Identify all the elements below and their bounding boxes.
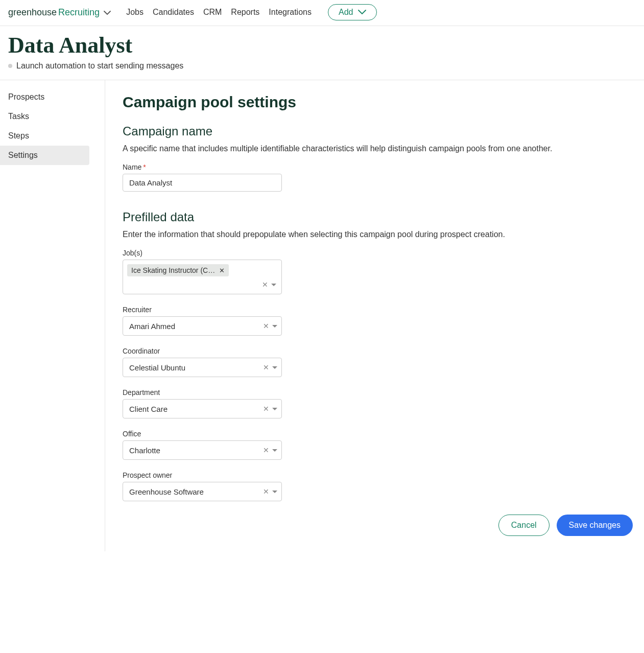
sidebar-item-tasks[interactable]: Tasks [0,107,105,126]
chevron-down-icon[interactable] [272,491,277,493]
nav-reports[interactable]: Reports [231,8,259,17]
office-select[interactable]: Charlotte ✕ [123,440,282,460]
chevron-down-icon[interactable] [272,366,277,369]
prospect-owner-value: Greenhouse Software [129,487,263,496]
nav-candidates[interactable]: Candidates [153,8,194,17]
layout: Prospects Tasks Steps Settings Campaign … [0,80,644,551]
prefilled-heading: Prefilled data [123,210,633,224]
jobs-controls: ✕ [262,281,276,289]
app-switcher-chevron-icon[interactable] [104,11,111,15]
department-value: Client Care [129,405,263,413]
main-content: Campaign pool settings Campaign name A s… [105,80,644,551]
campaign-name-desc: A specific name that includes multiple i… [123,143,633,155]
add-button[interactable]: Add [328,4,377,20]
page-header: Data Analyst Launch automation to start … [0,26,644,80]
page-subtitle-row: Launch automation to start sending messa… [8,61,636,71]
nav-links: Jobs Candidates CRM Reports Integrations [126,8,312,17]
sidebar: Prospects Tasks Steps Settings [0,80,105,551]
name-input[interactable] [123,174,282,192]
field-recruiter: Recruiter Amari Ahmed ✕ [123,306,633,336]
field-department: Department Client Care ✕ [123,388,633,418]
prefilled-desc: Enter the information that should prepop… [123,228,633,241]
field-jobs: Job(s) Ice Skating Instructor (C… ✕ ✕ [123,249,633,294]
nav-crm[interactable]: CRM [203,8,222,17]
name-label-text: Name [123,163,141,171]
nav-integrations[interactable]: Integrations [269,8,312,17]
name-label: Name* [123,163,633,171]
section-campaign-name: Campaign name A specific name that inclu… [123,124,633,192]
sidebar-item-settings[interactable]: Settings [0,146,89,165]
prospect-owner-label: Prospect owner [123,471,633,479]
page-title: Data Analyst [8,32,636,58]
clear-icon[interactable]: ✕ [263,487,269,496]
logo-text-1: greenhouse [8,7,57,18]
close-icon[interactable]: ✕ [219,267,225,274]
clear-icon[interactable]: ✕ [262,281,268,289]
coordinator-value: Celestial Ubuntu [129,363,263,372]
job-chip-text: Ice Skating Instructor (C… [131,266,215,274]
clear-icon[interactable]: ✕ [263,446,269,454]
status-dot-icon [8,64,12,68]
page-subtitle: Launch automation to start sending messa… [16,61,183,71]
clear-icon[interactable]: ✕ [263,363,269,371]
sidebar-item-prospects[interactable]: Prospects [0,87,105,107]
app-logo[interactable]: greenhouse Recruiting [8,7,111,18]
nav-jobs[interactable]: Jobs [126,8,144,17]
sidebar-item-steps[interactable]: Steps [0,126,105,146]
recruiter-select[interactable]: Amari Ahmed ✕ [123,316,282,336]
logo-text-2: Recruiting [58,7,100,18]
save-button[interactable]: Save changes [557,515,633,536]
chevron-down-icon[interactable] [272,449,277,452]
jobs-label: Job(s) [123,249,633,257]
coordinator-select[interactable]: Celestial Ubuntu ✕ [123,358,282,377]
required-star-icon: * [143,163,146,171]
department-label: Department [123,388,633,397]
top-nav: greenhouse Recruiting Jobs Candidates CR… [0,0,644,26]
office-value: Charlotte [129,446,263,455]
form-footer: Cancel Save changes [123,515,633,536]
field-prospect-owner: Prospect owner Greenhouse Software ✕ [123,471,633,501]
main-heading: Campaign pool settings [123,94,633,111]
field-office: Office Charlotte ✕ [123,430,633,460]
department-select[interactable]: Client Care ✕ [123,399,282,418]
chevron-down-icon [358,10,366,15]
recruiter-value: Amari Ahmed [129,322,263,331]
cancel-button[interactable]: Cancel [498,515,550,536]
office-label: Office [123,430,633,438]
chevron-down-icon[interactable] [272,408,277,410]
campaign-name-heading: Campaign name [123,124,633,138]
coordinator-label: Coordinator [123,347,633,355]
recruiter-label: Recruiter [123,306,633,314]
chevron-down-icon[interactable] [271,284,276,286]
prospect-owner-select[interactable]: Greenhouse Software ✕ [123,482,282,501]
clear-icon[interactable]: ✕ [263,405,269,413]
section-prefilled-data: Prefilled data Enter the information tha… [123,210,633,501]
field-coordinator: Coordinator Celestial Ubuntu ✕ [123,347,633,377]
chevron-down-icon[interactable] [272,325,277,328]
add-button-label: Add [339,8,353,17]
job-chip: Ice Skating Instructor (C… ✕ [127,264,229,276]
jobs-multiselect[interactable]: Ice Skating Instructor (C… ✕ ✕ [123,260,282,294]
clear-icon[interactable]: ✕ [263,322,269,330]
